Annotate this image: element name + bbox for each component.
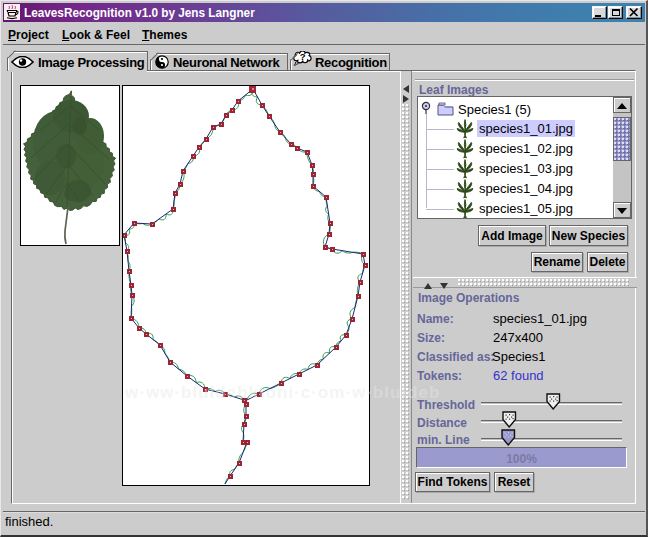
svg-text:?: ? [300, 51, 306, 62]
